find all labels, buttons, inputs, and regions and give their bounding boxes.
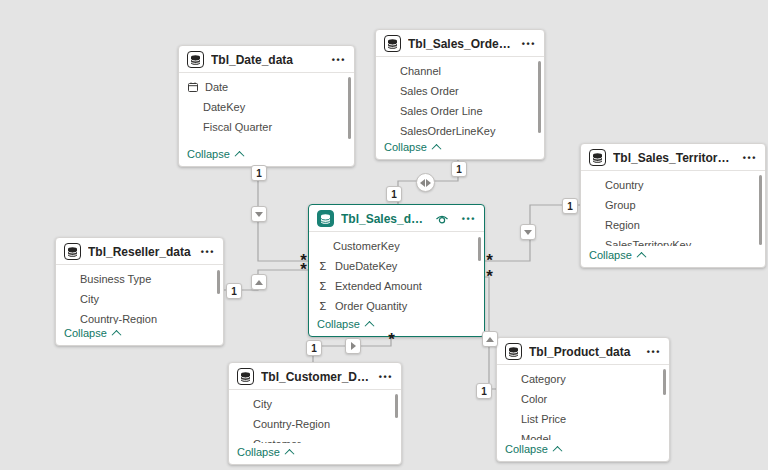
field-row[interactable]: Category bbox=[497, 369, 669, 389]
table-icon bbox=[317, 210, 334, 227]
field-label: Region bbox=[605, 219, 640, 231]
table-card-header: Tbl_Sales_data bbox=[309, 205, 484, 232]
field-row[interactable]: Sales Order bbox=[376, 81, 544, 101]
filter-direction-up-icon[interactable] bbox=[251, 274, 267, 290]
field-row[interactable]: Country-Region bbox=[56, 309, 223, 324]
cardinality-one-badge[interactable]: 1 bbox=[306, 340, 322, 356]
collapse-label: Collapse bbox=[237, 446, 280, 458]
table-card-reseller[interactable]: Tbl_Reseller_data Business Type City Cou… bbox=[55, 237, 224, 346]
collapse-label: Collapse bbox=[187, 148, 230, 160]
more-options-icon[interactable] bbox=[522, 41, 536, 47]
field-row[interactable]: City bbox=[229, 394, 401, 414]
field-label: Country bbox=[605, 179, 644, 191]
table-name: Tbl_Sales_Order_data bbox=[408, 37, 515, 51]
table-icon bbox=[64, 243, 81, 260]
field-label: SalesOrderLineKey bbox=[400, 125, 495, 137]
field-row[interactable]: Color bbox=[497, 389, 669, 409]
field-row[interactable]: Model bbox=[497, 429, 669, 440]
collapse-label: Collapse bbox=[317, 318, 360, 330]
chevron-up-icon bbox=[431, 143, 441, 153]
field-row[interactable]: SalesTerritoryKey bbox=[581, 235, 765, 246]
card-scrollbar[interactable] bbox=[395, 394, 398, 418]
field-row[interactable]: DateKey bbox=[179, 97, 354, 117]
more-options-icon[interactable] bbox=[379, 374, 393, 380]
filter-direction-up-icon[interactable] bbox=[482, 331, 498, 347]
field-label: Category bbox=[521, 373, 566, 385]
table-card-sales-territory[interactable]: Tbl_Sales_Territory_data Country Group R… bbox=[580, 143, 766, 268]
more-options-icon[interactable] bbox=[462, 216, 476, 222]
cardinality-one-badge[interactable]: 1 bbox=[251, 165, 267, 181]
field-row[interactable]: Region bbox=[581, 215, 765, 235]
field-row[interactable]: Country-Region bbox=[229, 414, 401, 434]
model-view-canvas[interactable]: Tbl_Date_data Date DateKey Fiscal Quarte… bbox=[0, 0, 768, 470]
cardinality-one-badge[interactable]: 1 bbox=[451, 161, 467, 177]
collapse-button[interactable]: Collapse bbox=[376, 138, 544, 159]
field-row[interactable]: CustomerKey bbox=[309, 236, 484, 256]
field-row[interactable]: Country bbox=[581, 175, 765, 195]
table-card-product[interactable]: Tbl_Product_data Category Color List Pri… bbox=[496, 337, 670, 462]
field-row[interactable]: Customer bbox=[229, 434, 401, 443]
cardinality-many-badge[interactable]: * bbox=[385, 333, 398, 346]
chevron-up-icon bbox=[552, 445, 562, 455]
table-card-sales-order[interactable]: Tbl_Sales_Order_data Channel Sales Order… bbox=[375, 29, 545, 160]
cardinality-one-badge[interactable]: 1 bbox=[386, 186, 402, 202]
card-scrollbar[interactable] bbox=[348, 77, 351, 139]
cardinality-many-badge[interactable]: * bbox=[483, 254, 496, 267]
field-row[interactable]: DueDateKey bbox=[309, 256, 484, 276]
card-scrollbar[interactable] bbox=[538, 61, 541, 133]
field-list: Category Color List Price Model bbox=[497, 365, 669, 440]
field-row[interactable]: Sales Order Line bbox=[376, 101, 544, 121]
field-row[interactable]: Fiscal Quarter bbox=[179, 117, 354, 137]
field-row[interactable]: List Price bbox=[497, 409, 669, 429]
field-label: Sales Order bbox=[400, 85, 459, 97]
field-label: City bbox=[253, 398, 272, 410]
filter-direction-both-icon[interactable] bbox=[416, 173, 435, 192]
collapse-button[interactable]: Collapse bbox=[581, 246, 765, 267]
field-row[interactable]: SalesOrderLineKey bbox=[376, 121, 544, 138]
eye-icon[interactable] bbox=[435, 213, 449, 225]
card-scrollbar[interactable] bbox=[478, 237, 481, 261]
table-icon bbox=[589, 149, 606, 166]
chevron-up-icon bbox=[284, 448, 294, 458]
table-name: Tbl_Sales_data bbox=[341, 212, 428, 226]
field-row[interactable]: Business Type bbox=[56, 269, 223, 289]
filter-direction-down-icon[interactable] bbox=[251, 206, 267, 222]
more-options-icon[interactable] bbox=[201, 249, 215, 255]
field-label: Country-Region bbox=[253, 418, 330, 430]
card-scrollbar[interactable] bbox=[759, 175, 762, 245]
field-row[interactable]: Fiscal Year bbox=[179, 137, 354, 145]
field-label: SalesTerritoryKey bbox=[605, 239, 691, 246]
collapse-button[interactable]: Collapse bbox=[497, 440, 669, 461]
collapse-button[interactable]: Collapse bbox=[56, 324, 223, 345]
table-icon bbox=[505, 343, 522, 360]
table-name: Tbl_Sales_Territory_data bbox=[613, 151, 736, 165]
cardinality-one-badge[interactable]: 1 bbox=[226, 283, 242, 299]
more-options-icon[interactable] bbox=[647, 349, 661, 355]
cardinality-one-badge[interactable]: 1 bbox=[476, 383, 492, 399]
card-scrollbar[interactable] bbox=[663, 369, 666, 395]
collapse-button[interactable]: Collapse bbox=[229, 443, 401, 464]
table-card-customer[interactable]: Tbl_Customer_Data City Country-Region Cu… bbox=[228, 362, 402, 465]
filter-direction-right-icon[interactable] bbox=[345, 338, 361, 354]
collapse-button[interactable]: Collapse bbox=[179, 145, 354, 166]
card-scrollbar[interactable] bbox=[217, 270, 220, 294]
cardinality-many-badge[interactable]: * bbox=[483, 270, 496, 283]
field-label: DateKey bbox=[203, 101, 245, 113]
cardinality-one-badge[interactable]: 1 bbox=[562, 198, 578, 214]
more-options-icon[interactable] bbox=[743, 155, 757, 161]
table-card-header: Tbl_Customer_Data bbox=[229, 363, 401, 390]
table-card-date[interactable]: Tbl_Date_data Date DateKey Fiscal Quarte… bbox=[178, 45, 355, 167]
field-label: Group bbox=[605, 199, 636, 211]
field-row[interactable]: Extended Amount bbox=[309, 276, 484, 296]
field-row[interactable]: Channel bbox=[376, 61, 544, 81]
cardinality-many-badge[interactable]: * bbox=[297, 263, 310, 276]
field-list: CustomerKey DueDateKey Extended Amount O… bbox=[309, 232, 484, 315]
field-row[interactable]: City bbox=[56, 289, 223, 309]
field-row[interactable]: Order Quantity bbox=[309, 296, 484, 315]
table-card-sales[interactable]: Tbl_Sales_data CustomerKey DueDateKey Ex… bbox=[308, 204, 485, 337]
filter-direction-down-icon[interactable] bbox=[520, 224, 536, 240]
sigma-icon bbox=[317, 260, 329, 272]
field-row[interactable]: Date bbox=[179, 77, 354, 97]
field-row[interactable]: Group bbox=[581, 195, 765, 215]
more-options-icon[interactable] bbox=[332, 57, 346, 63]
